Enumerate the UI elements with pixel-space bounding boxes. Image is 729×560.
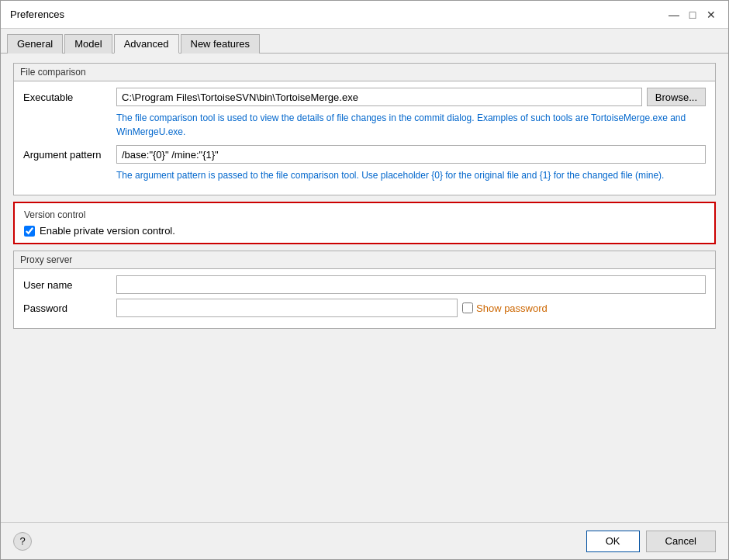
- title-bar-left: Preferences: [10, 9, 64, 20]
- minimize-button[interactable]: —: [666, 7, 682, 22]
- argument-row: Argument pattern: [23, 145, 706, 164]
- argument-input[interactable]: [116, 145, 706, 164]
- version-control-section: Version control Enable private version c…: [13, 202, 716, 244]
- argument-info: The argument pattern is passed to the fi…: [116, 168, 706, 182]
- tab-new-features[interactable]: New features: [181, 34, 261, 54]
- username-label: User name: [23, 279, 116, 291]
- executable-input[interactable]: [116, 88, 642, 106]
- version-control-title: Version control: [24, 209, 705, 220]
- help-button[interactable]: ?: [13, 532, 32, 551]
- tab-bar: General Model Advanced New features: [1, 29, 728, 54]
- show-password-checkbox[interactable]: [462, 302, 473, 313]
- version-control-checkbox-row: Enable private version control.: [24, 225, 705, 237]
- file-comparison-body: Executable Browse... The file comparison…: [14, 81, 715, 195]
- tab-advanced[interactable]: Advanced: [114, 34, 179, 54]
- maximize-button[interactable]: □: [685, 7, 700, 22]
- ok-button[interactable]: OK: [586, 531, 640, 552]
- browse-button[interactable]: Browse...: [647, 88, 706, 106]
- password-row: Password Show password: [23, 299, 706, 317]
- close-button[interactable]: ✕: [703, 7, 719, 22]
- executable-info: The file comparison tool is used to view…: [116, 111, 706, 139]
- show-password-container: Show password: [462, 302, 548, 314]
- file-comparison-section: File comparison Executable Browse... The…: [13, 63, 716, 195]
- preferences-dialog: Preferences — □ ✕ General Model Advanced…: [0, 0, 729, 560]
- enable-version-control-label[interactable]: Enable private version control.: [40, 225, 175, 237]
- proxy-server-body: User name Password Show password: [14, 269, 715, 328]
- show-password-label[interactable]: Show password: [476, 302, 548, 314]
- cancel-button[interactable]: Cancel: [646, 531, 716, 552]
- file-comparison-title: File comparison: [14, 64, 715, 81]
- executable-row: Executable Browse...: [23, 88, 706, 106]
- tab-general[interactable]: General: [7, 34, 63, 54]
- title-bar: Preferences — □ ✕: [1, 1, 728, 29]
- enable-version-control-checkbox[interactable]: [24, 226, 35, 237]
- title-bar-controls: — □ ✕: [666, 7, 719, 22]
- username-row: User name: [23, 275, 706, 294]
- proxy-server-title: Proxy server: [14, 251, 715, 269]
- argument-label: Argument pattern: [23, 149, 116, 161]
- footer-buttons: OK Cancel: [586, 531, 716, 552]
- tab-model[interactable]: Model: [64, 34, 112, 54]
- password-label: Password: [23, 302, 116, 314]
- proxy-server-section: Proxy server User name Password Show pas…: [13, 251, 716, 329]
- username-input[interactable]: [116, 275, 706, 294]
- content-area: File comparison Executable Browse... The…: [1, 54, 728, 522]
- footer: ? OK Cancel: [1, 522, 728, 559]
- dialog-title: Preferences: [10, 9, 64, 20]
- executable-label: Executable: [23, 92, 116, 103]
- password-input[interactable]: [116, 299, 458, 317]
